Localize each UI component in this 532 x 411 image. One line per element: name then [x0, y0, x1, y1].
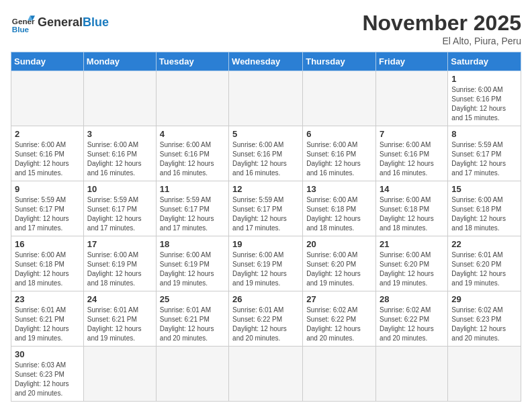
calendar-cell: [376, 71, 448, 126]
day-number: 8: [451, 129, 517, 139]
weekday-header-tuesday: Tuesday: [156, 52, 228, 71]
weekday-header-wednesday: Wednesday: [229, 52, 303, 71]
calendar-table: SundayMondayTuesdayWednesdayThursdayFrid…: [11, 52, 521, 402]
logo-icon: General Blue: [11, 11, 35, 35]
day-number: 6: [306, 129, 372, 139]
day-info: Sunrise: 6:01 AM Sunset: 6:21 PM Dayligh…: [87, 306, 152, 343]
day-info: Sunrise: 6:01 AM Sunset: 6:21 PM Dayligh…: [15, 306, 80, 343]
day-info: Sunrise: 6:00 AM Sunset: 6:16 PM Dayligh…: [232, 140, 299, 178]
calendar-cell: 10Sunrise: 5:59 AM Sunset: 6:17 PM Dayli…: [83, 181, 156, 236]
calendar-cell: 29Sunrise: 6:02 AM Sunset: 6:23 PM Dayli…: [448, 291, 521, 347]
day-number: 10: [87, 184, 152, 194]
day-number: 30: [15, 349, 80, 359]
weekday-header-thursday: Thursday: [303, 52, 376, 71]
day-number: 24: [87, 294, 152, 304]
day-number: 3: [87, 129, 152, 139]
day-number: 1: [451, 74, 517, 84]
day-number: 28: [380, 294, 444, 304]
day-info: Sunrise: 6:00 AM Sunset: 6:16 PM Dayligh…: [380, 140, 444, 178]
calendar-cell: 16Sunrise: 6:00 AM Sunset: 6:18 PM Dayli…: [11, 236, 84, 291]
day-info: Sunrise: 6:01 AM Sunset: 6:20 PM Dayligh…: [451, 250, 517, 288]
calendar-cell: 23Sunrise: 6:01 AM Sunset: 6:21 PM Dayli…: [11, 291, 84, 347]
calendar-cell: 3Sunrise: 6:00 AM Sunset: 6:16 PM Daylig…: [83, 126, 156, 181]
day-number: 29: [451, 294, 517, 304]
day-number: 2: [15, 129, 80, 139]
calendar-cell: [11, 71, 84, 126]
calendar-cell: [83, 71, 156, 126]
calendar-cell: [83, 347, 156, 402]
day-info: Sunrise: 6:00 AM Sunset: 6:18 PM Dayligh…: [15, 250, 80, 288]
day-number: 14: [380, 184, 444, 194]
day-info: Sunrise: 5:59 AM Sunset: 6:17 PM Dayligh…: [232, 195, 299, 233]
day-info: Sunrise: 6:00 AM Sunset: 6:18 PM Dayligh…: [451, 195, 517, 233]
day-number: 27: [306, 294, 372, 304]
week-row-6: 30Sunrise: 6:03 AM Sunset: 6:23 PM Dayli…: [11, 347, 521, 402]
day-info: Sunrise: 6:00 AM Sunset: 6:16 PM Dayligh…: [87, 140, 152, 178]
calendar-cell: 21Sunrise: 6:00 AM Sunset: 6:20 PM Dayli…: [376, 236, 448, 291]
calendar-cell: 19Sunrise: 6:00 AM Sunset: 6:19 PM Dayli…: [229, 236, 303, 291]
calendar-cell: 30Sunrise: 6:03 AM Sunset: 6:23 PM Dayli…: [11, 347, 84, 402]
month-year: November 2025: [362, 11, 521, 36]
calendar-cell: [156, 347, 228, 402]
calendar-cell: 24Sunrise: 6:01 AM Sunset: 6:21 PM Dayli…: [83, 291, 156, 347]
day-number: 11: [160, 184, 225, 194]
calendar-cell: 8Sunrise: 5:59 AM Sunset: 6:17 PM Daylig…: [448, 126, 521, 181]
day-info: Sunrise: 6:00 AM Sunset: 6:20 PM Dayligh…: [306, 250, 372, 288]
calendar-cell: [376, 347, 448, 402]
week-row-4: 16Sunrise: 6:00 AM Sunset: 6:18 PM Dayli…: [11, 236, 521, 291]
calendar-cell: 13Sunrise: 6:00 AM Sunset: 6:18 PM Dayli…: [303, 181, 376, 236]
calendar-cell: 6Sunrise: 6:00 AM Sunset: 6:16 PM Daylig…: [303, 126, 376, 181]
week-row-3: 9Sunrise: 5:59 AM Sunset: 6:17 PM Daylig…: [11, 181, 521, 236]
week-row-1: 1Sunrise: 6:00 AM Sunset: 6:16 PM Daylig…: [11, 71, 521, 126]
calendar-cell: 14Sunrise: 6:00 AM Sunset: 6:18 PM Dayli…: [376, 181, 448, 236]
page-header: General Blue GeneralBlue November 2025 E…: [11, 11, 521, 46]
calendar-cell: 25Sunrise: 6:01 AM Sunset: 6:21 PM Dayli…: [156, 291, 228, 347]
calendar-cell: 11Sunrise: 5:59 AM Sunset: 6:17 PM Dayli…: [156, 181, 228, 236]
calendar-cell: [448, 347, 521, 402]
week-row-5: 23Sunrise: 6:01 AM Sunset: 6:21 PM Dayli…: [11, 291, 521, 347]
day-number: 15: [451, 184, 517, 194]
day-info: Sunrise: 5:59 AM Sunset: 6:17 PM Dayligh…: [160, 195, 225, 233]
day-info: Sunrise: 6:00 AM Sunset: 6:16 PM Dayligh…: [451, 85, 517, 123]
calendar-cell: 7Sunrise: 6:00 AM Sunset: 6:16 PM Daylig…: [376, 126, 448, 181]
calendar-cell: 2Sunrise: 6:00 AM Sunset: 6:16 PM Daylig…: [11, 126, 84, 181]
day-info: Sunrise: 5:59 AM Sunset: 6:17 PM Dayligh…: [87, 195, 152, 233]
location: El Alto, Piura, Peru: [362, 36, 521, 46]
weekday-header-monday: Monday: [83, 52, 156, 71]
day-info: Sunrise: 6:03 AM Sunset: 6:23 PM Dayligh…: [15, 361, 80, 398]
calendar-cell: 28Sunrise: 6:02 AM Sunset: 6:22 PM Dayli…: [376, 291, 448, 347]
day-info: Sunrise: 6:00 AM Sunset: 6:19 PM Dayligh…: [87, 250, 152, 288]
day-info: Sunrise: 6:00 AM Sunset: 6:18 PM Dayligh…: [380, 195, 444, 233]
calendar-cell: 18Sunrise: 6:00 AM Sunset: 6:19 PM Dayli…: [156, 236, 228, 291]
day-number: 20: [306, 239, 372, 249]
day-info: Sunrise: 6:00 AM Sunset: 6:19 PM Dayligh…: [160, 250, 225, 288]
day-info: Sunrise: 6:00 AM Sunset: 6:16 PM Dayligh…: [306, 140, 372, 178]
day-number: 25: [160, 294, 225, 304]
calendar-cell: 5Sunrise: 6:00 AM Sunset: 6:16 PM Daylig…: [229, 126, 303, 181]
day-info: Sunrise: 5:59 AM Sunset: 6:17 PM Dayligh…: [15, 195, 80, 233]
day-number: 16: [15, 239, 80, 249]
calendar-cell: [156, 71, 228, 126]
calendar-cell: 15Sunrise: 6:00 AM Sunset: 6:18 PM Dayli…: [448, 181, 521, 236]
calendar-cell: 20Sunrise: 6:00 AM Sunset: 6:20 PM Dayli…: [303, 236, 376, 291]
day-info: Sunrise: 6:02 AM Sunset: 6:23 PM Dayligh…: [451, 306, 517, 343]
logo: General Blue GeneralBlue: [11, 11, 109, 35]
day-number: 4: [160, 129, 225, 139]
day-number: 18: [160, 239, 225, 249]
calendar-cell: 26Sunrise: 6:01 AM Sunset: 6:22 PM Dayli…: [229, 291, 303, 347]
week-row-2: 2Sunrise: 6:00 AM Sunset: 6:16 PM Daylig…: [11, 126, 521, 181]
title-block: November 2025 El Alto, Piura, Peru: [362, 11, 521, 46]
day-number: 9: [15, 184, 80, 194]
calendar-cell: 9Sunrise: 5:59 AM Sunset: 6:17 PM Daylig…: [11, 181, 84, 236]
calendar-cell: [229, 71, 303, 126]
day-number: 5: [232, 129, 299, 139]
day-number: 21: [380, 239, 444, 249]
day-info: Sunrise: 5:59 AM Sunset: 6:17 PM Dayligh…: [451, 140, 517, 178]
day-number: 26: [232, 294, 299, 304]
day-info: Sunrise: 6:00 AM Sunset: 6:20 PM Dayligh…: [380, 250, 444, 288]
day-info: Sunrise: 6:02 AM Sunset: 6:22 PM Dayligh…: [380, 306, 444, 343]
weekday-header-friday: Friday: [376, 52, 448, 71]
day-number: 12: [232, 184, 299, 194]
calendar-cell: 27Sunrise: 6:02 AM Sunset: 6:22 PM Dayli…: [303, 291, 376, 347]
weekday-header-row: SundayMondayTuesdayWednesdayThursdayFrid…: [11, 52, 521, 71]
